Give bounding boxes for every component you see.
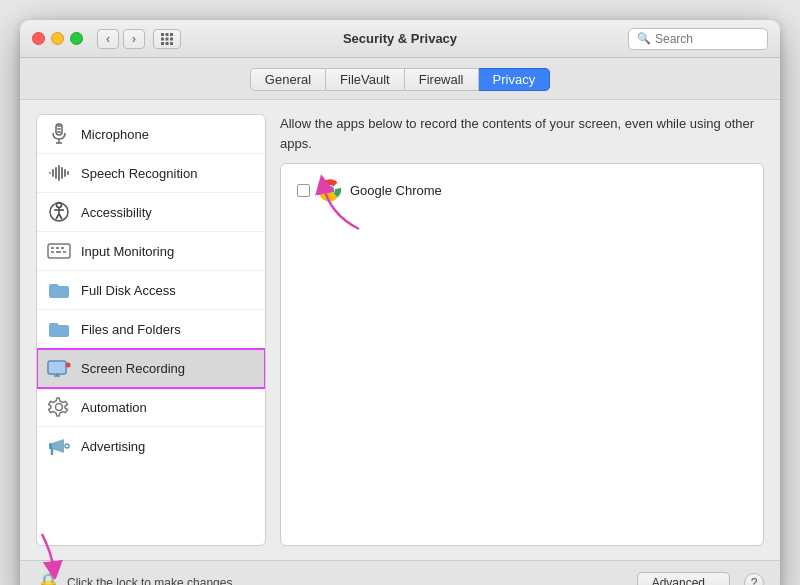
sidebar-label-input-monitoring: Input Monitoring [81, 244, 174, 259]
lock-area: 🔒 Click the lock to make changes. [36, 571, 236, 586]
svg-rect-33 [56, 251, 61, 253]
sidebar-item-advertising[interactable]: Advertising [37, 427, 265, 465]
svg-rect-3 [161, 37, 164, 40]
sidebar-label-automation: Automation [81, 400, 147, 415]
close-button[interactable] [32, 32, 45, 45]
app-item-chrome[interactable]: Google Chrome [289, 172, 755, 208]
screen-recording-icon [47, 356, 71, 380]
sidebar-item-input-monitoring[interactable]: Input Monitoring [37, 232, 265, 271]
help-button[interactable]: ? [744, 573, 764, 586]
chrome-checkbox[interactable] [297, 184, 310, 197]
svg-rect-34 [63, 251, 66, 253]
svg-rect-5 [170, 37, 173, 40]
sidebar-label-full-disk: Full Disk Access [81, 283, 176, 298]
sidebar-item-accessibility[interactable]: Accessibility [37, 193, 265, 232]
nav-buttons: ‹ › [97, 29, 145, 49]
sidebar: Microphone Speech Recognition [36, 114, 266, 546]
maximize-button[interactable] [70, 32, 83, 45]
svg-rect-10 [57, 125, 61, 127]
sidebar-label-microphone: Microphone [81, 127, 149, 142]
lock-arrow-annotation [32, 529, 82, 579]
svg-point-44 [65, 444, 69, 448]
files-folder-icon [47, 317, 71, 341]
sidebar-item-full-disk-access[interactable]: Full Disk Access [37, 271, 265, 310]
svg-rect-7 [166, 42, 169, 45]
svg-point-40 [56, 404, 63, 411]
sidebar-label-accessibility: Accessibility [81, 205, 152, 220]
tab-general[interactable]: General [250, 68, 326, 91]
svg-rect-4 [166, 37, 169, 40]
window-title: Security & Privacy [343, 31, 457, 46]
svg-rect-30 [56, 247, 59, 249]
full-disk-folder-icon [47, 278, 71, 302]
search-input[interactable] [655, 32, 759, 46]
svg-rect-0 [161, 33, 164, 36]
automation-gear-icon [47, 395, 71, 419]
grid-icon [160, 32, 174, 46]
svg-rect-12 [57, 131, 61, 133]
back-button[interactable]: ‹ [97, 29, 119, 49]
advanced-button[interactable]: Advanced... [637, 572, 730, 586]
sidebar-item-files-and-folders[interactable]: Files and Folders [37, 310, 265, 349]
accessibility-icon [47, 200, 71, 224]
svg-rect-36 [49, 362, 65, 373]
svg-rect-8 [170, 42, 173, 45]
app-list-box: Google Chrome [280, 163, 764, 546]
svg-rect-1 [166, 33, 169, 36]
speech-recognition-icon [47, 161, 71, 185]
sidebar-label-speech: Speech Recognition [81, 166, 197, 181]
sidebar-label-screen-recording: Screen Recording [81, 361, 185, 376]
content-area: Microphone Speech Recognition [20, 100, 780, 560]
forward-button[interactable]: › [123, 29, 145, 49]
tab-privacy[interactable]: Privacy [479, 68, 551, 91]
security-privacy-window: ‹ › Security & Privacy 🔍 General FileV [20, 20, 780, 585]
search-icon: 🔍 [637, 32, 651, 45]
sidebar-label-files-folders: Files and Folders [81, 322, 181, 337]
main-area: Allow the apps below to record the conte… [280, 114, 764, 546]
main-description: Allow the apps below to record the conte… [280, 114, 764, 153]
svg-line-27 [59, 214, 62, 219]
app-name-chrome: Google Chrome [350, 183, 442, 198]
sidebar-item-microphone[interactable]: Microphone [37, 115, 265, 154]
grid-button[interactable] [153, 29, 181, 49]
traffic-lights [32, 32, 83, 45]
svg-marker-41 [52, 439, 64, 453]
tab-firewall[interactable]: Firewall [405, 68, 479, 91]
keyboard-icon [47, 239, 71, 263]
sidebar-label-advertising: Advertising [81, 439, 145, 454]
tabs-bar: General FileVault Firewall Privacy [20, 58, 780, 100]
svg-rect-2 [170, 33, 173, 36]
microphone-icon [47, 122, 71, 146]
svg-rect-32 [51, 251, 54, 253]
lock-label: Click the lock to make changes. [67, 576, 236, 586]
minimize-button[interactable] [51, 32, 64, 45]
svg-line-26 [56, 214, 59, 219]
titlebar: ‹ › Security & Privacy 🔍 [20, 20, 780, 58]
search-box[interactable]: 🔍 [628, 28, 768, 50]
chrome-icon [318, 178, 342, 202]
advertising-megaphone-icon [47, 434, 71, 458]
svg-rect-6 [161, 42, 164, 45]
sidebar-item-screen-recording[interactable]: Screen Recording [37, 349, 265, 388]
sidebar-item-automation[interactable]: Automation [37, 388, 265, 427]
tab-filevault[interactable]: FileVault [326, 68, 405, 91]
svg-rect-29 [51, 247, 54, 249]
bottom-bar: 🔒 Click the lock to make changes. Advanc… [20, 560, 780, 585]
sidebar-item-speech-recognition[interactable]: Speech Recognition [37, 154, 265, 193]
svg-point-39 [66, 363, 71, 368]
svg-rect-11 [57, 128, 61, 130]
svg-rect-31 [61, 247, 64, 249]
